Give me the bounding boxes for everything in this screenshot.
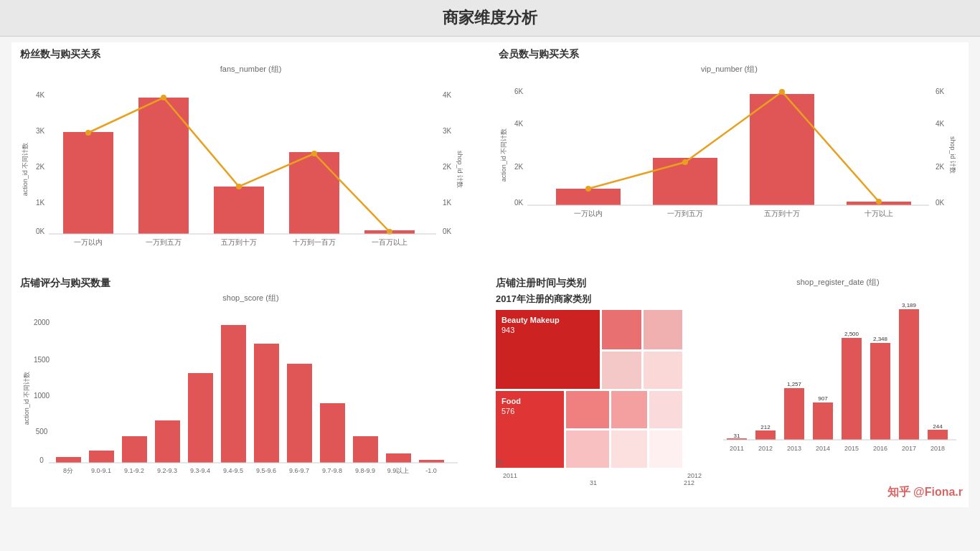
svg-text:3,189: 3,189 xyxy=(902,302,917,309)
svg-text:2K: 2K xyxy=(36,163,45,171)
svg-text:9.3-9.4: 9.3-9.4 xyxy=(190,467,210,474)
register-subtitle: shop_register_date (组) xyxy=(716,277,960,288)
svg-rect-103 xyxy=(813,402,833,440)
svg-text:9.0-9.1: 9.0-9.1 xyxy=(91,467,111,474)
svg-text:9.9以上: 9.9以上 xyxy=(387,467,410,474)
svg-rect-52 xyxy=(56,457,81,463)
svg-text:0: 0 xyxy=(39,456,44,464)
svg-text:3K: 3K xyxy=(443,127,452,135)
svg-text:action_id 不同计数: action_id 不同计数 xyxy=(23,372,30,425)
svg-text:2K: 2K xyxy=(443,163,452,171)
svg-text:907: 907 xyxy=(818,395,828,402)
svg-text:一百万以上: 一百万以上 xyxy=(372,238,407,246)
treemap-title: 2017年注册的商家类别 xyxy=(496,293,702,306)
svg-text:2017: 2017 xyxy=(902,445,916,452)
svg-rect-91 xyxy=(611,430,647,468)
svg-text:1500: 1500 xyxy=(34,356,50,364)
svg-text:一万到五万: 一万到五万 xyxy=(146,238,182,246)
svg-text:2011: 2011 xyxy=(730,445,744,452)
svg-text:244: 244 xyxy=(933,423,943,430)
svg-text:1,257: 1,257 xyxy=(787,381,802,387)
svg-text:4K: 4K xyxy=(36,91,45,99)
svg-rect-106 xyxy=(842,338,862,440)
svg-text:9.5-9.6: 9.5-9.6 xyxy=(256,467,276,474)
svg-text:五万到十万: 五万到十万 xyxy=(221,238,257,246)
svg-text:2K: 2K xyxy=(936,163,945,171)
svg-rect-59 xyxy=(287,364,312,463)
svg-text:4K: 4K xyxy=(514,120,524,128)
svg-text:-1.0: -1.0 xyxy=(425,467,437,474)
svg-point-39 xyxy=(779,89,785,95)
svg-text:Beauty Makeup: Beauty Makeup xyxy=(501,316,560,324)
svg-text:9.2-9.3: 9.2-9.3 xyxy=(157,467,177,474)
svg-text:2018: 2018 xyxy=(930,445,945,452)
svg-text:0K: 0K xyxy=(36,227,45,235)
vip-chart: 会员数与购买关系 vip_number (组) 6K 4K 2K 0K acti… xyxy=(490,42,969,271)
svg-text:0K: 0K xyxy=(496,458,504,466)
svg-rect-87 xyxy=(566,391,609,428)
svg-text:9.6-9.7: 9.6-9.7 xyxy=(289,467,309,474)
svg-rect-54 xyxy=(122,436,147,463)
svg-text:action_id 不同计数: action_id 不同计数 xyxy=(22,143,29,197)
svg-text:9.4-9.5: 9.4-9.5 xyxy=(223,467,243,474)
fans-subtitle: fans_number (组) xyxy=(20,64,481,75)
right-bottom: 店铺注册时间与类别 2017年注册的商家类别 Beauty Makeup 943… xyxy=(490,271,969,507)
svg-text:31: 31 xyxy=(734,433,740,439)
svg-text:1K: 1K xyxy=(443,199,452,207)
svg-rect-81 xyxy=(644,310,682,349)
bar-1 xyxy=(63,132,113,234)
svg-text:6K: 6K xyxy=(514,88,524,95)
svg-text:0K: 0K xyxy=(936,199,945,207)
fans-chart: 粉丝数与购买关系 fans_number (组) 4K 3K 2K 1K 0K … xyxy=(11,42,490,271)
svg-text:2,348: 2,348 xyxy=(873,336,888,342)
svg-text:2000: 2000 xyxy=(34,319,50,326)
svg-text:576: 576 xyxy=(501,407,514,415)
score-subtitle: shop_score (组) xyxy=(20,293,481,303)
svg-text:8分: 8分 xyxy=(63,467,73,474)
svg-text:212: 212 xyxy=(760,424,771,430)
treemap-section: 店铺注册时间与类别 2017年注册的商家类别 Beauty Makeup 943… xyxy=(490,271,707,507)
score-svg: 2000 1500 1000 500 0 action_id 不同计数 xyxy=(20,305,479,499)
svg-text:2014: 2014 xyxy=(816,445,830,452)
svg-point-14 xyxy=(236,184,242,189)
svg-text:6K: 6K xyxy=(936,88,945,95)
bar-4 xyxy=(289,152,339,234)
svg-text:0K: 0K xyxy=(443,227,452,235)
svg-text:十万到一百万: 十万到一百万 xyxy=(293,238,336,246)
svg-rect-109 xyxy=(870,343,890,440)
bottom-section: 店铺评分与购买数量 shop_score (组) 2000 1500 1000 … xyxy=(11,271,969,507)
watermark: 知乎 @Fiona.r xyxy=(887,485,963,500)
svg-rect-100 xyxy=(784,388,804,440)
svg-text:1000: 1000 xyxy=(34,392,50,400)
score-chart: 店铺评分与购买数量 shop_score (组) 2000 1500 1000 … xyxy=(11,271,490,507)
svg-rect-57 xyxy=(221,325,246,463)
svg-rect-115 xyxy=(928,430,948,440)
svg-text:action_id 不同计数: action_id 不同计数 xyxy=(500,128,507,182)
svg-text:2016: 2016 xyxy=(873,445,887,452)
svg-rect-63 xyxy=(419,460,444,463)
svg-rect-56 xyxy=(188,373,213,463)
svg-rect-88 xyxy=(611,391,647,428)
score-title: 店铺评分与购买数量 xyxy=(20,277,481,290)
svg-text:2012: 2012 xyxy=(758,445,773,452)
svg-text:3K: 3K xyxy=(36,127,45,135)
page-title-bar: 商家维度分析 xyxy=(0,0,980,37)
svg-text:Food: Food xyxy=(501,397,521,405)
year-2012: 2012 xyxy=(687,472,702,479)
bar-3 xyxy=(214,187,264,234)
svg-text:9.8-9.9: 9.8-9.9 xyxy=(355,467,375,474)
fans-title: 粉丝数与购买关系 xyxy=(20,48,481,61)
svg-rect-112 xyxy=(899,309,919,440)
vip-subtitle: vip_number (组) xyxy=(499,64,960,75)
svg-point-15 xyxy=(311,151,317,156)
svg-point-37 xyxy=(585,186,591,192)
svg-text:943: 943 xyxy=(501,326,514,334)
svg-text:一万以内: 一万以内 xyxy=(74,238,103,246)
svg-rect-90 xyxy=(566,430,609,468)
fans-svg: 4K 3K 2K 1K 0K action_id 不同计数 4K 3K 2K 1… xyxy=(20,76,465,263)
svg-rect-55 xyxy=(155,420,180,463)
vip-svg: 6K 4K 2K 0K action_id 不同计数 6K 4K 2K 0K s… xyxy=(499,76,958,263)
svg-text:2015: 2015 xyxy=(844,445,859,452)
val-31: 31 xyxy=(590,479,597,486)
svg-rect-62 xyxy=(386,453,411,463)
